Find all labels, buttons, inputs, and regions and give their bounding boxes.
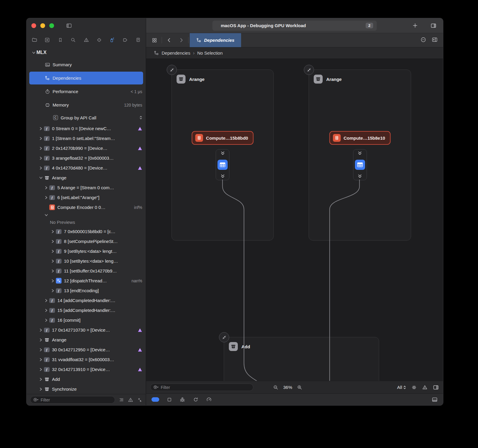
refresh-icon[interactable] xyxy=(193,397,198,402)
add-editor-icon[interactable] xyxy=(432,37,438,44)
compute-encoder-node[interactable]: Compute…15b8bd0 xyxy=(192,131,254,145)
runtime-issue-icon[interactable] xyxy=(138,146,142,150)
disclosure-closed-icon[interactable] xyxy=(38,387,44,392)
runtime-issue-icon[interactable] xyxy=(138,348,142,352)
tree-row[interactable]: ƒ3 arangefloat32 = [0x600003… xyxy=(27,153,146,163)
disclosure-closed-icon[interactable] xyxy=(43,318,49,323)
test-diamond-icon[interactable] xyxy=(95,36,103,44)
tree-row[interactable]: ƒ32 0x142713910 = [Device… xyxy=(27,364,146,374)
bookmark-icon[interactable] xyxy=(56,36,65,44)
disclosure-closed-icon[interactable] xyxy=(38,357,44,362)
runtime-issue-icon[interactable] xyxy=(138,367,142,372)
disclosure-closed-icon[interactable] xyxy=(38,327,44,333)
group-arange-right[interactable]: Arange Compute…15b8e10 xyxy=(309,70,411,241)
settings-gear-icon[interactable] xyxy=(411,385,417,390)
tree-row[interactable]: ƒ0 Stream 0 = [Device newC… xyxy=(27,124,146,133)
disclosure-closed-icon[interactable] xyxy=(50,288,56,293)
tab-overview-icon[interactable] xyxy=(148,33,160,47)
disclosure-closed-icon[interactable] xyxy=(50,229,56,234)
disclosure-closed-icon[interactable] xyxy=(38,156,44,161)
tree-row[interactable]: Synchronize xyxy=(27,384,146,394)
disclosure-open-icon[interactable] xyxy=(38,175,44,181)
disclosure-closed-icon[interactable] xyxy=(38,146,44,151)
tree-row[interactable]: ƒ5 Arange = [Stream 0 com… xyxy=(27,183,146,193)
report-icon[interactable] xyxy=(134,36,142,44)
gpu-trace-icon[interactable] xyxy=(108,36,116,44)
disclosure-closed-icon[interactable] xyxy=(38,136,44,141)
disclosure-closed-icon[interactable] xyxy=(38,367,44,372)
disclosure-closed-icon[interactable] xyxy=(38,337,44,343)
show-issues-icon[interactable] xyxy=(128,397,133,403)
tree-row[interactable]: ƒ1 [Stream 0 setLabel:"Stream… xyxy=(27,133,146,143)
sidebar-filter-field[interactable] xyxy=(30,396,115,404)
tree-row[interactable]: ƒ2 0x14270b990 = [Device… xyxy=(27,143,146,153)
compute-encoder-node[interactable]: Compute…15b8e10 xyxy=(329,131,390,145)
tree-row[interactable]: ƒ16 [commit] xyxy=(27,315,146,325)
issues-icon[interactable] xyxy=(82,36,91,44)
runtime-issue-icon[interactable] xyxy=(138,127,142,131)
runtime-issue-icon[interactable] xyxy=(138,328,142,332)
new-tab-icon[interactable] xyxy=(412,23,418,28)
minimize-window-button[interactable] xyxy=(40,23,45,28)
tree-row[interactable]: Dependencies xyxy=(27,71,146,85)
tree-row[interactable]: ƒ11 [setBuffer:0x14270b9… xyxy=(27,266,146,276)
live-indicator-button[interactable] xyxy=(151,397,159,402)
disclosure-closed-icon[interactable] xyxy=(43,298,49,303)
stop-icon[interactable] xyxy=(167,397,172,402)
buffer-grid-icon[interactable] xyxy=(355,160,365,170)
issues-warning-icon[interactable] xyxy=(422,385,428,390)
close-square-icon[interactable] xyxy=(43,36,51,44)
tree-row[interactable]: Summary xyxy=(27,58,146,71)
tree-row[interactable]: No Previews xyxy=(27,218,146,227)
tab-dependencies[interactable]: Dependencies xyxy=(190,33,241,47)
tree-expander-row[interactable] xyxy=(27,212,146,218)
tree-row[interactable]: CGroup by API Call xyxy=(27,112,146,124)
tree-row[interactable]: Arange xyxy=(27,173,146,183)
runtime-issues-filter-icon[interactable] xyxy=(137,397,142,402)
forward-button[interactable] xyxy=(175,33,187,47)
output-resource-pill[interactable] xyxy=(216,149,229,180)
toggle-debug-area-icon[interactable] xyxy=(432,397,438,403)
group-by-stepper[interactable] xyxy=(140,116,142,120)
breadcrumb-item[interactable]: No Selection xyxy=(197,50,223,56)
tree-row[interactable]: ƒ17 0x142710730 = [Device… xyxy=(27,325,146,335)
buffer-grid-icon[interactable] xyxy=(217,160,228,170)
disclosure-closed-icon[interactable] xyxy=(43,195,49,200)
tree-row[interactable]: Arange xyxy=(27,335,146,345)
disclosure-closed-icon[interactable] xyxy=(38,377,44,382)
disclosure-closed-icon[interactable] xyxy=(50,278,56,284)
tree-row[interactable]: ƒ9 [setBytes:<data> lengt… xyxy=(27,246,146,256)
zoom-in-icon[interactable] xyxy=(297,385,302,390)
group-arange-left[interactable]: Arange Compute…15b8bd0 xyxy=(171,70,274,241)
toggle-inspector-icon[interactable] xyxy=(430,23,436,29)
toggle-panel-icon[interactable] xyxy=(433,384,439,390)
collapse-group-icon[interactable] xyxy=(304,65,314,75)
tree-row[interactable]: ƒ30 0x142712950 = [Device… xyxy=(27,345,146,355)
scope-selector[interactable]: All xyxy=(397,385,406,390)
tree-row[interactable]: ƒ31 vvaddfloat32 = [0x600003… xyxy=(27,355,146,364)
tree-row[interactable]: ƒ6 [setLabel:"Arange"] xyxy=(27,193,146,202)
zoom-out-icon[interactable] xyxy=(273,385,278,390)
tree-row[interactable]: Compute Encoder 0 0…inf% xyxy=(27,202,146,212)
zoom-window-button[interactable] xyxy=(49,23,54,28)
disclosure-closed-icon[interactable] xyxy=(38,165,44,171)
collapse-group-icon[interactable] xyxy=(219,332,229,342)
output-resource-pill[interactable] xyxy=(353,149,367,180)
dependency-canvas[interactable]: Arange Compute…15b8bd0 Arange xyxy=(146,59,443,381)
tree-row[interactable]: ƒ7 0x6000015b8bd0 = [c… xyxy=(27,227,146,236)
tree-row[interactable]: ƒ14 [addCompletedHandler:… xyxy=(27,295,146,305)
tree-row[interactable]: MLX xyxy=(27,47,146,58)
disclosure-closed-icon[interactable] xyxy=(50,258,56,264)
disclosure-closed-icon[interactable] xyxy=(43,308,49,313)
tree-row[interactable]: ƒ8 [setComputePipelineSt… xyxy=(27,236,146,246)
performance-gauge-icon[interactable] xyxy=(206,397,212,402)
disclosure-closed-icon[interactable] xyxy=(50,239,56,244)
runtime-issue-icon[interactable] xyxy=(138,166,142,170)
expand-down-icon[interactable] xyxy=(357,174,362,178)
canvas-filter-input[interactable] xyxy=(161,385,250,390)
more-options-icon[interactable] xyxy=(420,37,426,44)
flatten-list-icon[interactable] xyxy=(119,397,124,402)
close-window-button[interactable] xyxy=(31,23,36,28)
toggle-sidebar-icon[interactable] xyxy=(66,23,72,29)
tag-icon[interactable] xyxy=(121,36,129,44)
